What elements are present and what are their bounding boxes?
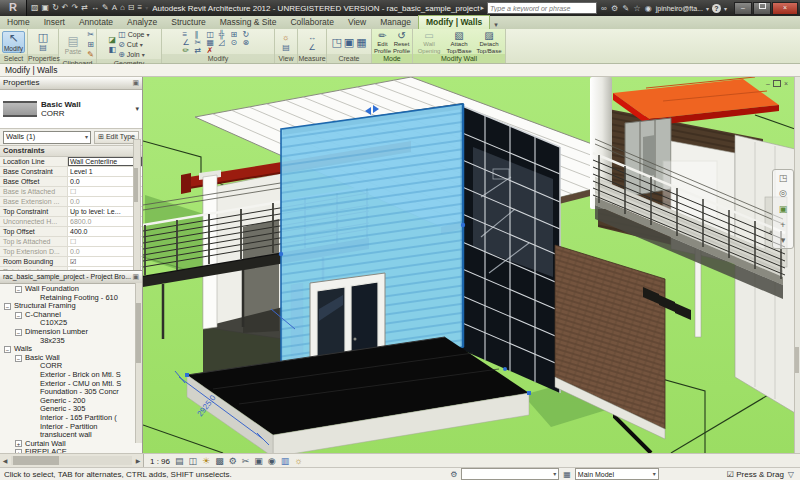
measure-between-icon[interactable]: ↔ <box>308 33 316 42</box>
copy-to-clipboard-icon[interactable]: ⊞ <box>87 40 94 49</box>
tab-insert[interactable]: Insert <box>37 16 72 29</box>
create-similar-icon[interactable]: ◳ <box>331 38 341 47</box>
browser-h-scrollbar[interactable]: ◀ ▶ <box>0 454 144 467</box>
ribbon-state-caret-icon[interactable]: ▾ <box>490 21 502 29</box>
search-input[interactable] <box>487 2 597 14</box>
expander-icon[interactable]: − <box>4 303 11 310</box>
crop-region-icon[interactable]: ▣ <box>254 455 263 467</box>
communication-center-icon[interactable]: ✎ <box>622 4 629 13</box>
viewport-scrollbar[interactable] <box>794 77 800 453</box>
prop-row-top-extension[interactable]: Top Extension D...0.0 <box>0 247 142 257</box>
reveal-hidden-icon[interactable]: ☼ <box>294 455 302 467</box>
create-group-icon[interactable]: ▣ <box>344 38 354 47</box>
search-go-icon[interactable]: ▸ <box>481 4 485 12</box>
modify-button[interactable]: ↖ Modify <box>2 31 25 53</box>
array-icon[interactable]: ▦ <box>207 38 218 46</box>
section-icon[interactable]: ⊟ <box>128 1 135 15</box>
reveal-icon[interactable]: ☼ <box>282 33 289 42</box>
default-3d-view-icon[interactable]: ⌂ <box>120 1 125 15</box>
worksets-icon[interactable]: ⚙ <box>450 470 457 479</box>
crop-view-icon[interactable]: ✂ <box>242 455 250 467</box>
steering-wheel-icon[interactable]: ◎ <box>779 188 787 198</box>
align-icon[interactable]: ≡ <box>183 30 194 38</box>
design-options-icon[interactable]: ▦ <box>563 470 571 479</box>
user-caret-icon[interactable]: ▾ <box>706 5 709 12</box>
navbar-chevron-icon[interactable]: ▾ <box>781 235 786 245</box>
trim-icon[interactable]: ∠ <box>183 38 194 46</box>
move-icon[interactable]: ╬ <box>219 30 230 38</box>
linework-icon[interactable]: ▤ <box>282 43 290 52</box>
prop-row-base-is-attached[interactable]: Base is Attached☐ <box>0 187 142 197</box>
tag-icon[interactable]: ✎ <box>102 1 109 15</box>
drawing-area[interactable]: 2925.0 – × ◳ ◎ ▣ + ▾ <box>143 77 800 453</box>
sun-path-icon[interactable]: ☀ <box>202 455 210 467</box>
tab-modify-walls[interactable]: Modify | Walls <box>418 15 490 29</box>
search-binoculars-icon[interactable]: ∞ <box>601 4 607 13</box>
type-properties-icon[interactable]: ▤ <box>39 43 47 52</box>
paint-small-icon[interactable]: ✏ <box>183 46 194 54</box>
save-icon[interactable]: ▣ <box>42 1 50 15</box>
help-caret-icon[interactable]: ▾ <box>724 5 727 12</box>
expander-icon[interactable]: + <box>15 440 22 447</box>
tree-item-dimension-lumber[interactable]: −Dimension Lumber <box>0 328 142 337</box>
prop-row-top-is-attached[interactable]: Top is Attached☐ <box>0 237 142 247</box>
demolish-icon[interactable]: ◧ <box>109 45 117 54</box>
tree-item-foundation-305[interactable]: Foundation - 305 Concr <box>0 388 142 397</box>
tree-item-exterior-brick[interactable]: Exterior - Brick on Mtl. S <box>0 371 142 380</box>
curtain-wall[interactable] <box>460 105 560 393</box>
section-header-constraints[interactable]: Constraints ▾ <box>0 145 142 157</box>
split-icon[interactable]: ✂ <box>195 38 206 46</box>
rendering-dialog-icon[interactable]: ⚙ <box>229 455 237 467</box>
home-view-icon[interactable]: ▣ <box>779 204 788 214</box>
cope-button[interactable]: ◫ Cope▾ <box>118 30 149 39</box>
expander-icon[interactable]: − <box>15 329 22 336</box>
pin-icon[interactable]: ⊙ <box>231 38 242 46</box>
unpin-icon[interactable]: ⊗ <box>243 38 254 46</box>
project-browser-title[interactable]: rac_basic_sample_project - Project Bro..… <box>0 271 142 284</box>
tree-item-walls[interactable]: −Walls <box>0 345 142 354</box>
tab-structure[interactable]: Structure <box>164 16 213 29</box>
thin-lines-icon[interactable]: ≡ <box>138 1 143 15</box>
viewcube-icon[interactable]: ◳ <box>779 173 788 183</box>
attach-top-base-button[interactable]: ▧ Attach Top/Base <box>445 30 473 54</box>
join-geometry-button[interactable]: ⊕ Join▾ <box>118 50 145 59</box>
tab-collaborate[interactable]: Collaborate <box>283 16 340 29</box>
type-selector[interactable]: Basic Wall CORR ▾ <box>0 90 142 129</box>
angular-dimension-icon[interactable]: ∠ <box>308 43 315 52</box>
prop-row-unconnected-height[interactable]: Unconnected H...6800.0 <box>0 217 142 227</box>
tree-item-interior-165[interactable]: Interior - 165 Partition ( <box>0 414 142 423</box>
properties-scrollbar[interactable] <box>133 139 141 271</box>
minimize-button[interactable]: – <box>734 2 752 15</box>
cut-to-clipboard-icon[interactable]: ✂ <box>87 30 94 39</box>
temporary-hide-isolate-icon[interactable]: ▥ <box>281 455 290 467</box>
edit-profile-button[interactable]: ✏ Edit Profile <box>374 30 391 54</box>
prop-row-base-constraint[interactable]: Base ConstraintLevel 1 <box>0 167 142 177</box>
tree-item-structural-framing[interactable]: −Structural Framing <box>0 302 142 311</box>
cut-geometry-button[interactable]: ⊘ Cut▾ <box>118 40 143 49</box>
aligned-dimension-icon[interactable]: ↔ <box>91 1 99 15</box>
text-icon[interactable]: A <box>112 1 117 15</box>
element-filter-combobox[interactable]: Walls (1) ▾ <box>3 131 91 144</box>
undo-icon[interactable]: ↶ <box>62 1 69 15</box>
open-icon[interactable]: ▨ <box>31 1 39 15</box>
paste-button[interactable]: ▤ Paste <box>61 35 85 55</box>
workset-combobox[interactable]: ▾ <box>461 468 559 480</box>
expander-icon[interactable]: − <box>15 355 22 362</box>
selection-filter-icon[interactable]: ▽ <box>788 470 796 479</box>
prop-row-top-constraint[interactable]: Top ConstraintUp to level: Le... <box>0 207 142 217</box>
tree-item-c10x25[interactable]: C10X25 <box>0 319 142 328</box>
redo-icon[interactable]: ↷ <box>72 1 79 15</box>
view-minimize-icon[interactable]: – <box>766 80 770 88</box>
tree-item-retaining-footing[interactable]: Retaining Footing - 610 <box>0 294 142 303</box>
scroll-left-icon[interactable]: ◀ <box>0 457 10 464</box>
detach-top-base-button[interactable]: ▨ Detach Top/Base <box>475 30 503 54</box>
tree-item-basic-wall[interactable]: −Basic Wall <box>0 354 142 363</box>
tree-item-38x235[interactable]: 38x235 <box>0 337 142 346</box>
delete-icon[interactable]: ✗ <box>207 46 218 54</box>
prop-row-base-offset[interactable]: Base Offset0.0 <box>0 177 142 187</box>
tree-item-corr[interactable]: CORR <box>0 362 142 371</box>
expander-icon[interactable]: − <box>4 346 11 353</box>
scale-button[interactable]: 1 : 96 <box>150 457 170 466</box>
match-icon[interactable]: ⇄ <box>195 46 206 54</box>
match-type-icon[interactable]: ✎ <box>87 50 94 59</box>
